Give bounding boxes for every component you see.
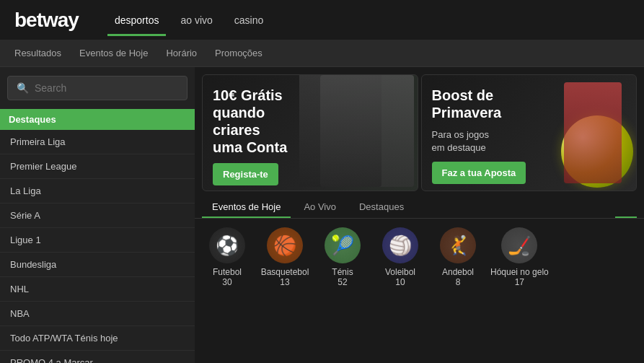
main-layout: 🔍 Destaques Primeira Liga Premier League…: [0, 67, 644, 363]
top-nav: betway desportos ao vivo casino: [0, 0, 644, 40]
sport-hoquei[interactable]: 🏒 Hóquei no gelo 17: [490, 227, 549, 287]
voleibol-icon: 🏐: [382, 227, 418, 263]
banner-boost: Boost dePrimavera Para os jogosem destaq…: [421, 74, 638, 191]
content-area: 10€ Grátisquandocriaresuma Conta Regista…: [195, 67, 644, 363]
nav-tab-casino[interactable]: casino: [227, 10, 270, 30]
andebol-name: Andebol: [442, 267, 474, 277]
logo: betway: [14, 9, 79, 32]
futebol-icon: ⚽: [209, 227, 245, 263]
sidebar-item-premier-league[interactable]: Premier League: [0, 154, 195, 179]
nav-tabs: desportos ao vivo casino: [107, 10, 270, 30]
sidebar-section-destaques: Destaques: [0, 109, 195, 130]
banner-boost-subtitle: Para os jogosem destaque: [432, 128, 526, 154]
sidebar-item-tennis[interactable]: Todo ATP/WTA Ténis hoje: [0, 326, 195, 351]
tenis-count: 52: [338, 277, 347, 287]
andebol-count: 8: [456, 277, 461, 287]
futebol-name: Futebol: [213, 267, 242, 277]
sport-futebol[interactable]: ⚽ Futebol 30: [202, 227, 252, 287]
sidebar-item-nhl[interactable]: NHL: [0, 277, 195, 302]
sidebar-item-ligue-1[interactable]: Ligue 1: [0, 228, 195, 253]
search-input[interactable]: [35, 82, 178, 94]
sport-andebol[interactable]: 🤾 Andebol 8: [433, 227, 483, 287]
banner-register: 10€ Grátisquandocriaresuma Conta Regista…: [202, 74, 418, 191]
sport-voleibol[interactable]: 🏐 Voleibol 10: [375, 227, 425, 287]
basquetebol-icon: 🏀: [267, 227, 303, 263]
nav-tab-desportos[interactable]: desportos: [107, 10, 166, 30]
search-icon: 🔍: [17, 82, 29, 94]
banner-boost-button[interactable]: Faz a tua Aposta: [432, 162, 526, 184]
banners: 10€ Grátisquandocriaresuma Conta Regista…: [195, 67, 644, 196]
sidebar-item-serie-a[interactable]: Série A: [0, 204, 195, 228]
andebol-icon: 🤾: [440, 227, 476, 263]
banner-register-title: 10€ Grátisquandocriaresuma Conta: [213, 87, 287, 156]
tab-ao-vivo[interactable]: Ao Vivo: [294, 196, 346, 218]
tab-green-indicator: [615, 217, 637, 218]
hoquei-icon: 🏒: [501, 227, 537, 263]
content-tabs: Eventos de Hoje Ao Vivo Destaques: [195, 196, 644, 219]
secondary-nav: Resultados Eventos de Hoje Horário Promo…: [0, 40, 644, 67]
tab-eventos-hoje[interactable]: Eventos de Hoje: [202, 196, 291, 218]
voleibol-name: Voleibol: [385, 267, 415, 277]
banner-register-text: 10€ Grátisquandocriaresuma Conta Regista…: [213, 87, 287, 185]
sidebar-item-primeira-liga[interactable]: Primeira Liga: [0, 130, 195, 154]
basquetebol-name: Basquetebol: [261, 267, 309, 277]
secondary-nav-horario[interactable]: Horário: [166, 48, 197, 58]
banner-boost-image: [518, 75, 636, 191]
futebol-count: 30: [222, 277, 231, 287]
banner-register-button[interactable]: Regista-te: [213, 163, 278, 185]
basquetebol-count: 13: [280, 277, 289, 287]
hoquei-name: Hóquei no gelo: [490, 267, 549, 277]
hoquei-count: 17: [515, 277, 524, 287]
banner-register-image: [299, 75, 418, 191]
tab-destaques[interactable]: Destaques: [349, 196, 414, 218]
sport-tenis[interactable]: 🎾 Ténis 52: [317, 227, 368, 287]
sidebar-item-la-liga[interactable]: La Liga: [0, 179, 195, 204]
sidebar-item-nba[interactable]: NBA: [0, 302, 195, 326]
tenis-icon: 🎾: [325, 227, 361, 263]
sports-row: ⚽ Futebol 30 🏀 Basquetebol 13 🎾 Ténis 52…: [195, 219, 644, 293]
sport-basquetebol[interactable]: 🏀 Basquetebol 13: [260, 227, 310, 287]
banner-boost-title: Boost dePrimavera: [432, 87, 526, 121]
sidebar: 🔍 Destaques Primeira Liga Premier League…: [0, 67, 195, 363]
voleibol-count: 10: [395, 277, 405, 287]
banner-boost-text: Boost dePrimavera Para os jogosem destaq…: [432, 87, 526, 184]
search-box[interactable]: 🔍: [7, 76, 188, 100]
sidebar-item-bundesliga[interactable]: Bundesliga: [0, 253, 195, 277]
secondary-nav-promocoes[interactable]: Promoções: [215, 48, 263, 58]
nav-tab-ao-vivo[interactable]: ao vivo: [173, 10, 219, 30]
secondary-nav-resultados[interactable]: Resultados: [14, 48, 61, 58]
tenis-name: Ténis: [332, 267, 353, 277]
secondary-nav-eventos[interactable]: Eventos de Hoje: [79, 48, 148, 58]
sidebar-item-promo[interactable]: PROMO 4 a Marcar: [0, 351, 195, 363]
